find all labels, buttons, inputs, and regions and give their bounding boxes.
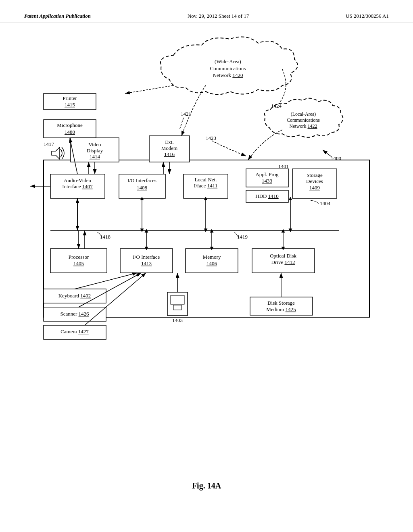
label-1418: 1418	[100, 234, 111, 240]
camera-label: Camera 1427	[60, 328, 89, 335]
ds-label-2: Medium 1425	[266, 306, 296, 312]
lan-label-2: Communications	[287, 117, 320, 123]
mic-label-2: 1480	[65, 129, 75, 135]
page-header: Patent Application Publication Nov. 29, …	[0, 0, 413, 23]
vd-label-1: Video	[89, 141, 101, 148]
hdd-label: HDD 1410	[255, 193, 278, 199]
ioi2-label-1: I/O Interface	[133, 254, 160, 260]
od-label-2: Drive 1412	[271, 259, 295, 265]
vd-label-3: 1414	[90, 154, 100, 160]
av-label-1: Audio-Video	[64, 177, 91, 183]
ioi-label-2: 1408	[137, 185, 147, 191]
wan-label-3: Network 1420	[213, 72, 243, 78]
diagram-area: (Wide-Area) Communications Network 1420 …	[0, 23, 413, 507]
label-1424: 1424	[271, 103, 282, 109]
lan-label-1: (Local-Area)	[291, 111, 316, 117]
label-1423: 1423	[206, 135, 216, 141]
speaker-icon	[52, 147, 60, 159]
mem-label-1: Memory	[203, 254, 221, 260]
sd-label-3: 1409	[309, 185, 320, 191]
printer-label-2: 1415	[65, 102, 75, 108]
sd-label-1: Storage	[307, 172, 323, 178]
sd-label-2: Devices	[306, 178, 323, 184]
lan-label-3: Network 1422	[290, 123, 317, 129]
ln-label-1: Local Net.	[195, 177, 217, 183]
kb-label: Keyboard 1402	[58, 293, 91, 299]
mic-label-1: Microphone	[57, 122, 83, 128]
ln-label-2: I/face 1411	[194, 183, 217, 189]
speaker-wave-1	[60, 149, 62, 157]
ap-label-2: 1433	[262, 178, 272, 184]
ioi-label-1: I/O Interfaces	[127, 177, 156, 183]
em-label-2: Modem	[161, 145, 177, 151]
wan-label-2: Communications	[210, 65, 246, 71]
label-1419: 1419	[237, 234, 248, 240]
label-1421: 1421	[181, 111, 191, 117]
label-1403: 1403	[172, 317, 183, 323]
vd-label-2: Display	[87, 148, 103, 154]
wan-label-1: (Wide-Area)	[215, 58, 241, 64]
diagram-svg: (Wide-Area) Communications Network 1420 …	[0, 23, 413, 507]
ioi2-label-2: 1413	[141, 260, 152, 266]
fig-label: Fig. 14A	[0, 481, 413, 490]
mem-label-2: 1406	[206, 260, 217, 266]
header-center: Nov. 29, 2012 Sheet 14 of 17	[188, 13, 249, 19]
av-label-2: Interface 1407	[62, 183, 93, 189]
ds-label-1: Disk Storage	[267, 300, 295, 306]
em-label-1: Ext.	[165, 139, 173, 145]
page: Patent Application Publication Nov. 29, …	[0, 0, 413, 532]
proc-label-1: Processor	[69, 254, 89, 260]
em-label-3: 1416	[164, 151, 175, 157]
proc-label-2: 1405	[73, 260, 84, 266]
label-1404: 1404	[320, 200, 331, 206]
header-right: US 2012/300256 A1	[346, 13, 389, 19]
ap-label-1: Appl. Prog	[255, 171, 279, 177]
header-left: Patent Application Publication	[24, 13, 91, 19]
label-1401: 1401	[278, 163, 289, 169]
wan-cloud: (Wide-Area) Communications Network 1420	[161, 37, 298, 94]
od-label-1: Optical Disk	[270, 253, 297, 259]
label-1417: 1417	[44, 141, 54, 147]
printer-label-1: Printer	[63, 95, 77, 101]
scanner-label: Scanner 1426	[60, 311, 89, 317]
